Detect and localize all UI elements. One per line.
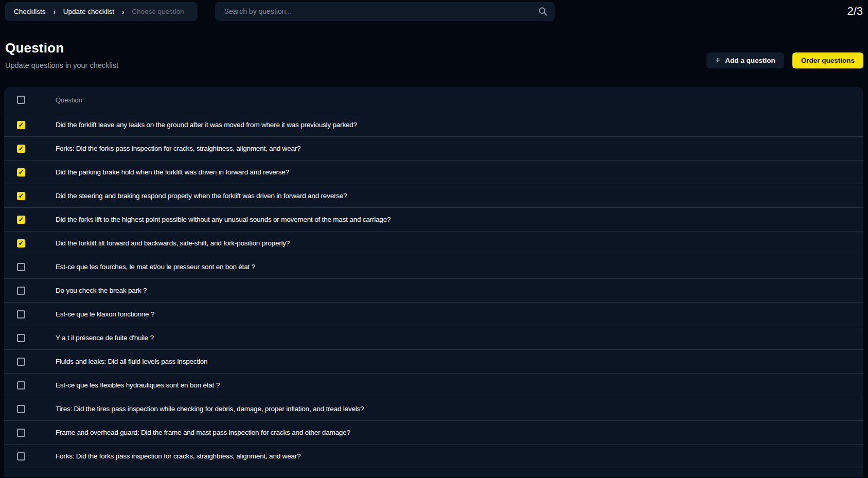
search-icon[interactable] xyxy=(538,7,547,16)
table-row: ✓ Did the forks lift to the highest poin… xyxy=(4,207,863,231)
question-text: Tires: Did the tires pass inspection whi… xyxy=(56,405,863,413)
row-checkbox[interactable] xyxy=(17,334,25,342)
breadcrumb: Checklists›Update checklist›Choose quest… xyxy=(5,2,198,21)
question-text: Y a t il présence de fuite d'huile ? xyxy=(56,334,863,342)
table-header-row: Question xyxy=(4,87,863,113)
breadcrumb-item: Choose question xyxy=(132,8,184,15)
table-row: Y a t il présence de fuite d'huile ? xyxy=(4,326,863,349)
question-text: Fluids and leaks: Did all fluid levels p… xyxy=(56,358,863,365)
questions-table: Question ✓ Did the forklift leave any le… xyxy=(4,87,863,477)
question-text: Did the forklift leave any leaks on the … xyxy=(56,121,863,129)
page-subtitle: Update questions in your checklist xyxy=(5,61,118,69)
question-text: Est-ce que les flexibles hydrauliques so… xyxy=(56,381,863,389)
order-questions-label: Order questions xyxy=(801,57,855,64)
select-all-checkbox[interactable] xyxy=(17,96,25,104)
add-question-label: Add a question xyxy=(725,57,775,64)
row-checkbox[interactable] xyxy=(17,381,25,390)
search-bar xyxy=(215,2,555,21)
row-checkbox[interactable]: ✓ xyxy=(17,145,25,153)
row-checkbox[interactable]: ✓ xyxy=(17,216,25,224)
question-text: Forks: Did the forks pass inspection for… xyxy=(56,452,863,460)
table-row: Tires: Did the tires pass inspection whi… xyxy=(4,397,863,420)
row-checkbox[interactable]: ✓ xyxy=(17,168,25,176)
table-row: Est-ce que le klaxon fonctionne ? xyxy=(4,302,863,326)
breadcrumb-item[interactable]: Update checklist xyxy=(63,8,114,15)
table-row: Est-ce que les fourches, le mat et/ou le… xyxy=(4,255,863,278)
row-checkbox[interactable]: ✓ xyxy=(17,121,25,129)
row-checkbox[interactable] xyxy=(17,358,25,366)
row-checkbox[interactable]: ✓ xyxy=(17,192,25,200)
table-row: Forks: Did the forks pass inspection for… xyxy=(4,444,863,468)
question-text: Est-ce que le klaxon fonctionne ? xyxy=(56,310,863,318)
question-text: Est-ce que les fourches, le mat et/ou le… xyxy=(56,263,863,271)
table-row: Est-ce que les flexibles hydrauliques so… xyxy=(4,373,863,397)
page-title: Question xyxy=(5,40,118,56)
table-row: ✓ Did the forklift leave any leaks on th… xyxy=(4,113,863,136)
top-bar: Checklists›Update checklist›Choose quest… xyxy=(0,0,868,22)
row-checkbox[interactable] xyxy=(17,263,25,271)
chevron-right-icon: › xyxy=(122,7,124,15)
question-text: Did the steering and braking respond pro… xyxy=(56,192,863,200)
row-checkbox[interactable] xyxy=(17,310,25,318)
title-block: Question Update questions in your checkl… xyxy=(5,40,118,69)
table-bottom-divider xyxy=(4,468,863,477)
table-row: ✓ Did the forklift tilt forward and back… xyxy=(4,231,863,255)
question-text: Did the forks lift to the highest point … xyxy=(56,216,863,223)
row-checkbox[interactable] xyxy=(17,287,25,295)
table-row: ✓ Did the parking brake hold when the fo… xyxy=(4,160,863,184)
page-header: Question Update questions in your checkl… xyxy=(0,22,868,69)
table-row: Fluids and leaks: Did all fluid levels p… xyxy=(4,349,863,373)
question-text: Forks: Did the forks pass inspection for… xyxy=(56,145,863,152)
table-row: ✓ Forks: Did the forks pass inspection f… xyxy=(4,136,863,160)
plus-icon: + xyxy=(715,56,720,64)
row-checkbox[interactable]: ✓ xyxy=(17,239,25,247)
question-column-header: Question xyxy=(56,96,863,104)
step-counter: 2/3 xyxy=(847,5,864,18)
question-text: Frame and overhead guard: Did the frame … xyxy=(56,429,863,436)
table-row: ✓ Did the steering and braking respond p… xyxy=(4,184,863,207)
search-input[interactable] xyxy=(215,2,555,21)
order-questions-button[interactable]: Order questions xyxy=(792,52,863,68)
table-row: Frame and overhead guard: Did the frame … xyxy=(4,420,863,444)
header-actions: + Add a question Order questions xyxy=(706,52,863,69)
question-text: Did the forklift tilt forward and backwa… xyxy=(56,239,863,247)
question-text: Did the parking brake hold when the fork… xyxy=(56,168,863,176)
breadcrumb-item[interactable]: Checklists xyxy=(14,8,46,15)
row-checkbox[interactable] xyxy=(17,452,25,461)
add-question-button[interactable]: + Add a question xyxy=(706,52,784,68)
row-checkbox[interactable] xyxy=(17,429,25,437)
row-checkbox[interactable] xyxy=(17,405,25,413)
chevron-right-icon: › xyxy=(54,7,56,15)
table-row: Do you check the break park ? xyxy=(4,278,863,302)
question-text: Do you check the break park ? xyxy=(56,287,863,294)
